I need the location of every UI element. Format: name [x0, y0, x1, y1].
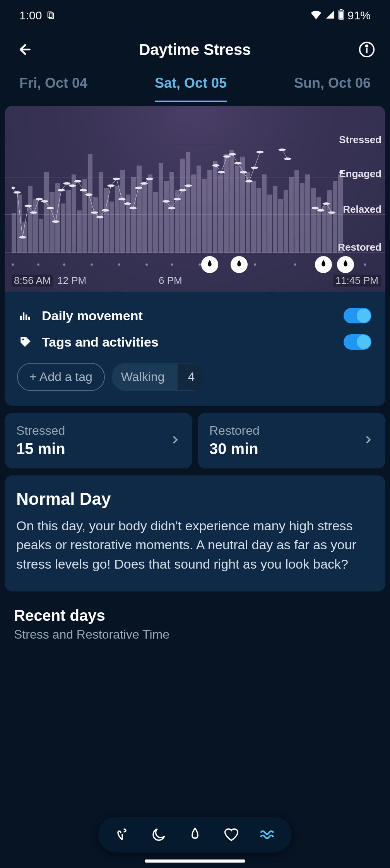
svg-point-42 [223, 155, 231, 157]
flame-icon[interactable] [201, 256, 218, 273]
restored-card[interactable]: Restored 30 min [198, 413, 385, 468]
svg-point-13 [30, 211, 38, 214]
chart-controls: Daily movement Tags and activities + Add… [5, 292, 385, 406]
svg-point-34 [146, 178, 153, 180]
tags-label: Tags and activities [42, 335, 159, 350]
y-label-restored: Restored [338, 241, 381, 253]
nav-activity-icon[interactable] [186, 825, 204, 844]
tag-walking-chip[interactable]: Walking 4 [112, 363, 205, 391]
svg-point-53 [323, 202, 330, 205]
nav-sleep-icon[interactable] [149, 825, 168, 844]
x-label-end: 11:45 PM [333, 275, 381, 287]
stress-chart-card: Stressed Engaged Relaxed Restored 8:56 A… [5, 106, 385, 406]
svg-point-17 [52, 220, 60, 223]
x-label-12pm: 12 PM [55, 275, 89, 287]
status-time: 1:00 [19, 9, 42, 22]
header: Daytime Stress [0, 31, 390, 68]
svg-point-60 [22, 338, 24, 340]
svg-point-18 [58, 189, 65, 191]
svg-point-31 [129, 207, 137, 209]
svg-point-23 [85, 193, 92, 196]
stress-line [12, 141, 343, 253]
svg-point-44 [234, 162, 242, 164]
svg-point-39 [185, 185, 192, 187]
svg-point-46 [245, 180, 253, 182]
svg-point-35 [162, 200, 170, 202]
bottom-nav [98, 817, 292, 853]
svg-rect-56 [20, 316, 22, 320]
svg-point-16 [46, 207, 54, 209]
svg-rect-58 [26, 314, 27, 320]
activity-markers-row [12, 256, 378, 273]
svg-point-38 [179, 189, 186, 191]
back-button[interactable] [14, 40, 32, 59]
date-tab-current[interactable]: Sat, Oct 05 [155, 71, 227, 102]
daily-movement-label: Daily movement [42, 308, 143, 323]
tag-walking-count: 4 [178, 364, 205, 390]
nav-stress-icon[interactable] [258, 825, 277, 844]
page-title: Daytime Stress [32, 41, 358, 58]
tags-toggle[interactable] [344, 334, 371, 350]
flame-icon[interactable] [315, 256, 332, 273]
tags-row: Tags and activities [15, 329, 375, 355]
restored-label: Restored [209, 424, 260, 438]
svg-point-51 [311, 207, 319, 209]
x-axis-labels: 8:56 AM 12 PM 6 PM 11:45 PM [5, 275, 385, 289]
svg-point-33 [140, 182, 148, 185]
y-label-relaxed: Relaxed [343, 203, 381, 215]
insight-body: On this day, your body didn't experience… [16, 516, 374, 574]
svg-point-40 [212, 164, 219, 167]
info-button[interactable] [358, 40, 376, 59]
stressed-card[interactable]: Stressed 15 min [5, 413, 192, 468]
y-label-stressed: Stressed [339, 134, 381, 146]
svg-point-10 [14, 191, 21, 193]
svg-point-30 [124, 202, 131, 205]
svg-point-8 [366, 45, 368, 47]
svg-point-9 [12, 187, 15, 189]
stress-chart[interactable]: Stressed Engaged Relaxed Restored 8:56 A… [5, 106, 385, 292]
svg-point-45 [240, 171, 247, 173]
svg-point-32 [135, 187, 142, 189]
svg-point-50 [284, 157, 291, 160]
svg-point-22 [80, 189, 87, 191]
daily-movement-toggle[interactable] [344, 308, 371, 323]
svg-point-14 [36, 198, 43, 200]
daily-movement-row: Daily movement [15, 302, 375, 329]
tag-chips: + Add a tag Walking 4 [15, 355, 375, 395]
svg-point-28 [113, 178, 120, 180]
nav-heart-icon[interactable] [222, 825, 241, 844]
svg-point-36 [168, 207, 175, 209]
tag-icon [19, 335, 32, 349]
x-label-start: 8:56 AM [12, 275, 53, 287]
svg-point-47 [251, 166, 258, 169]
svg-point-15 [41, 200, 48, 202]
insight-title: Normal Day [16, 489, 374, 509]
svg-point-29 [118, 198, 126, 200]
tag-walking-label: Walking [112, 364, 174, 390]
svg-rect-4 [339, 11, 343, 19]
svg-rect-59 [28, 317, 30, 320]
svg-point-26 [102, 209, 109, 212]
status-bar: 1:00 91% [0, 0, 390, 31]
flame-icon[interactable] [231, 256, 248, 273]
svg-point-12 [24, 205, 32, 207]
svg-point-55 [339, 171, 343, 173]
bars-icon [19, 309, 32, 323]
svg-point-11 [19, 236, 26, 238]
date-tabs: Fri, Oct 04 Sat, Oct 05 Sun, Oct 06 [0, 71, 390, 102]
svg-point-43 [229, 153, 236, 155]
svg-point-27 [107, 185, 115, 187]
nav-readiness-icon[interactable] [113, 825, 132, 844]
add-tag-button[interactable]: + Add a tag [17, 363, 105, 391]
svg-point-19 [63, 182, 70, 185]
signal-icon [325, 9, 335, 22]
home-indicator[interactable] [145, 859, 245, 863]
date-tab-next[interactable]: Sun, Oct 06 [294, 71, 371, 102]
battery-icon [338, 9, 344, 22]
flame-icon[interactable] [337, 256, 354, 273]
svg-point-54 [328, 211, 335, 214]
date-tab-prev[interactable]: Fri, Oct 04 [19, 71, 87, 102]
svg-point-41 [218, 171, 225, 173]
svg-point-25 [96, 216, 104, 218]
restored-value: 30 min [209, 440, 260, 458]
